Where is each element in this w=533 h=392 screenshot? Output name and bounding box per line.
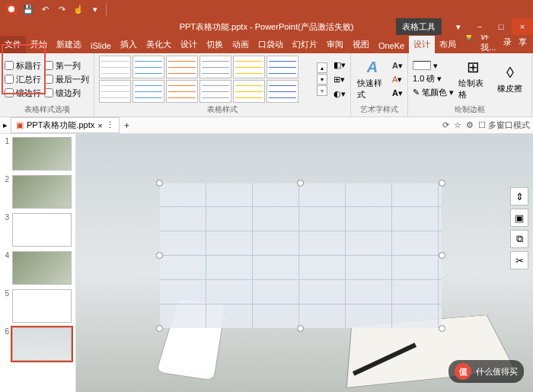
tab-animation[interactable]: 动画	[228, 36, 254, 53]
minimize-button[interactable]: −	[469, 18, 490, 35]
tab-list-icon[interactable]: ▸	[3, 120, 8, 130]
title-bar: PPT表格功能.pptx - PowerPoint(产品激活失败) 表格工具 ▾…	[0, 18, 533, 35]
text-fill-button[interactable]: A▾	[392, 61, 403, 71]
group-wordart: A 快速样式 A▾ A▾ A▾ 艺术字样式	[351, 53, 408, 116]
eraser-button[interactable]: ◊橡皮擦	[493, 62, 527, 96]
slide-thumb[interactable]: 1	[2, 137, 74, 171]
maximize-button[interactable]: □	[490, 18, 512, 35]
group-table-styles: ▴▾▿ ◧▾ ⊞▾ ◐▾ 表格样式	[94, 53, 351, 116]
chk-last-col[interactable]: 最后一列	[44, 74, 89, 85]
tab-pocket[interactable]: 口袋动	[254, 36, 288, 53]
group-draw-border: ▾ 1.0 磅 ▾ ✎ 笔颜色 ▾ ⊞绘制表格 ◊橡皮擦 绘制边框	[408, 53, 532, 116]
tab-view[interactable]: 视图	[348, 36, 374, 53]
table-styles-gallery[interactable]	[99, 56, 314, 103]
chk-banded-col[interactable]: 镶边列	[44, 88, 89, 99]
text-effects-button[interactable]: A▾	[392, 88, 403, 98]
tab-islide[interactable]: iSlide	[86, 38, 116, 53]
style-swatch[interactable]	[199, 80, 231, 103]
style-swatch[interactable]	[266, 56, 298, 78]
copy-icon[interactable]: ⧉	[510, 230, 528, 248]
slide-thumb[interactable]: 5	[2, 289, 74, 323]
style-swatch[interactable]	[166, 80, 198, 103]
quick-styles-button[interactable]: A 快速样式	[356, 57, 389, 102]
tab-table-design[interactable]: 设计	[409, 36, 435, 53]
chk-total-row[interactable]: 汇总行	[5, 74, 41, 85]
selected-table[interactable]	[160, 183, 442, 328]
style-swatch[interactable]	[266, 80, 298, 103]
document-tab[interactable]: ▣ PPT表格功能.pptx × ⋮	[11, 117, 120, 133]
tab-new[interactable]: 新建选	[52, 36, 86, 53]
style-swatch[interactable]	[166, 56, 198, 78]
style-swatch[interactable]	[132, 56, 164, 78]
ribbon: 标题行 汇总行 镶边行 第一列 最后一列 镶边列 表格样式选项	[0, 53, 533, 117]
slide-thumb[interactable]: 2	[2, 175, 74, 209]
ribbon-tabs: 文件 开始 新建选 iSlide 插入 美化大 设计 切换 动画 口袋动 幻灯片…	[0, 35, 533, 53]
style-swatch[interactable]	[233, 80, 265, 103]
draw-table-icon: ⊞	[467, 58, 480, 76]
app-icon	[5, 3, 18, 15]
text-outline-button[interactable]: A▾	[392, 75, 403, 84]
file-tab[interactable]: 文件	[0, 36, 26, 53]
tab-beautify[interactable]: 美化大	[142, 36, 176, 53]
slide-canvas[interactable]: ⇕ ▣ ⧉ ✂	[76, 134, 533, 392]
fit-icon[interactable]: ▣	[510, 209, 528, 227]
group-label: 艺术字样式	[356, 103, 403, 116]
document-tabs: ▸ ▣ PPT表格功能.pptx × ⋮ ＋ ⟳ ☆ ⚙ ☐ 多窗口模式	[0, 117, 533, 134]
undo-icon[interactable]: ↶	[39, 3, 51, 15]
svg-point-1	[8, 6, 14, 12]
pen-color[interactable]: ✎ 笔颜色 ▾	[413, 87, 454, 98]
watermark-badge: 值	[455, 363, 471, 380]
save-icon[interactable]: 💾	[22, 3, 34, 15]
slide-thumb[interactable]: 3	[2, 213, 74, 247]
group-label: 表格样式	[99, 103, 346, 116]
ribbon-options-icon[interactable]: ▾	[448, 18, 469, 35]
redo-icon[interactable]: ↷	[56, 3, 68, 15]
close-tab-icon[interactable]: ×	[97, 121, 102, 130]
tab-onekey[interactable]: OneKe	[374, 38, 409, 53]
style-swatch[interactable]	[233, 56, 265, 78]
pen-weight[interactable]: 1.0 磅 ▾	[413, 73, 454, 84]
tab-layout[interactable]: 布局	[435, 36, 461, 53]
chk-first-col[interactable]: 第一列	[44, 60, 89, 72]
tool-icon[interactable]: ⟳	[442, 120, 449, 130]
ppt-icon: ▣	[16, 120, 24, 130]
tab-design[interactable]: 设计	[176, 36, 202, 53]
crop-icon[interactable]: ✂	[510, 251, 528, 269]
eraser-icon: ◊	[506, 64, 514, 81]
close-button[interactable]: ×	[512, 18, 533, 35]
new-tab-button[interactable]: ＋	[123, 120, 131, 131]
effects-button[interactable]: ◐▾	[334, 89, 346, 99]
gallery-scroll[interactable]: ▴▾▿	[317, 62, 327, 96]
tab-insert[interactable]: 插入	[116, 36, 142, 53]
group-table-options: 标题行 汇总行 镶边行 第一列 最后一列 镶边列 表格样式选项	[0, 53, 94, 116]
draw-table-button[interactable]: ⊞绘制表格	[457, 56, 490, 102]
tool-icon[interactable]: ☆	[454, 120, 461, 130]
slide-thumb-selected[interactable]: 6	[2, 327, 74, 361]
group-label: 表格样式选项	[5, 103, 89, 116]
pen-style[interactable]: ▾	[413, 61, 454, 71]
layout-options-icon[interactable]: ⇕	[510, 187, 528, 206]
tab-transition[interactable]: 切换	[202, 36, 228, 53]
style-swatch[interactable]	[132, 80, 164, 103]
main-area: 1 2 3 4 5 6 ⇕ ▣ ⧉ ✂	[0, 134, 533, 392]
tool-icon[interactable]: ⚙	[466, 120, 474, 130]
chk-header-row[interactable]: 标题行	[5, 60, 41, 72]
qat-more-icon[interactable]: ▾	[89, 3, 101, 15]
borders-button[interactable]: ⊞▾	[334, 75, 346, 84]
shading-button[interactable]: ◧▾	[334, 60, 346, 70]
tab-slideshow[interactable]: 幻灯片	[288, 36, 322, 53]
chk-banded-row[interactable]: 镶边行	[5, 88, 41, 99]
quick-access-toolbar: 💾 ↶ ↷ ☝ ▾	[0, 0, 533, 18]
slide-thumbnails: 1 2 3 4 5 6	[0, 134, 76, 392]
slide-thumb[interactable]: 4	[2, 251, 74, 285]
wordart-icon: A	[367, 59, 378, 76]
tab-review[interactable]: 审阅	[322, 36, 348, 53]
tab-home[interactable]: 开始	[26, 36, 52, 53]
touch-icon[interactable]: ☝	[72, 3, 85, 15]
watermark: 值 什么值得买	[448, 360, 524, 383]
style-swatch[interactable]	[99, 56, 131, 78]
style-swatch[interactable]	[99, 80, 131, 103]
multiwindow-toggle[interactable]: ☐ 多窗口模式	[478, 120, 530, 131]
style-swatch[interactable]	[199, 56, 231, 78]
contextual-tab-label: 表格工具	[396, 18, 442, 35]
